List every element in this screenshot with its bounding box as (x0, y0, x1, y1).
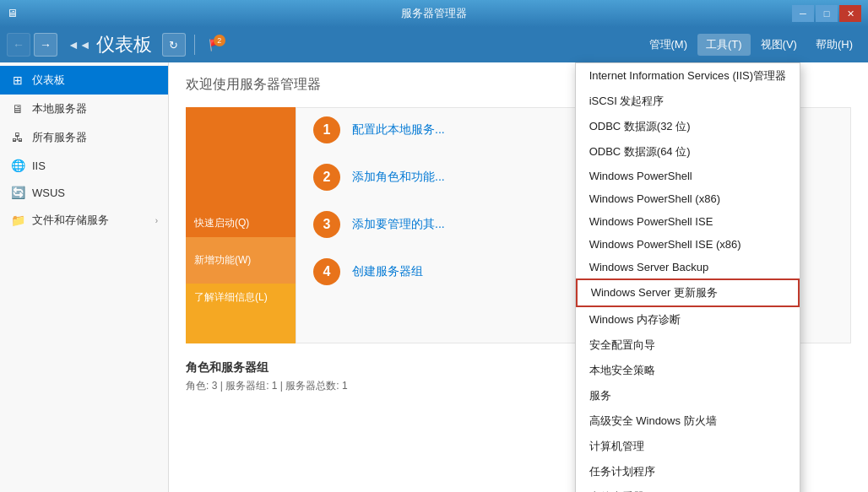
tools-menu-item-computer-mgmt[interactable]: 计算机管理 (576, 434, 800, 459)
step-num-4: 4 (313, 258, 340, 285)
view-menu[interactable]: 视图(V) (752, 34, 806, 56)
double-arrow-icon: ◄◄ (68, 38, 91, 51)
sidebar-label-all: 所有服务器 (32, 130, 158, 145)
notification-count: 2 (214, 35, 225, 46)
tools-menu-item-mem-diag[interactable]: Windows 内存诊断 (576, 307, 800, 333)
tools-menu-item-sec-config[interactable]: 安全配置向导 (576, 333, 800, 358)
step-label-3[interactable]: 添加要管理的其... (352, 217, 445, 232)
divider (194, 35, 195, 55)
step-num-3: 3 (313, 211, 340, 238)
sidebar-label-local: 本地服务器 (32, 101, 158, 116)
tools-menu-item-local-policy[interactable]: 本地安全策略 (576, 358, 800, 383)
app-icon: 🖥 (7, 7, 20, 20)
file-storage-icon: 📁 (10, 214, 25, 227)
tools-menu-item-powershell-ise-x86[interactable]: Windows PowerShell ISE (x86) (576, 233, 800, 256)
title-bar: 🖥 服务器管理器 ─ □ ✕ (0, 0, 868, 27)
tools-menu-item-wsus-menu[interactable]: Windows Server 更新服务 (576, 278, 800, 307)
all-servers-icon: 🖧 (10, 131, 25, 144)
iis-icon: 🌐 (10, 159, 25, 172)
window-title: 服务器管理器 (401, 6, 467, 21)
page-title-area: ◄◄ 仪表板 (68, 32, 152, 57)
dashboard-icon: ⊞ (10, 73, 25, 87)
tile-quick-start[interactable]: 快速启动(Q) (186, 107, 296, 237)
tools-menu-item-iis-manager[interactable]: Internet Information Services (IIS)管理器 (576, 63, 800, 89)
sidebar-item-wsus[interactable]: 🔄 WSUS (0, 179, 168, 206)
step-label-1[interactable]: 配置此本地服务... (352, 122, 445, 138)
notification-button[interactable]: 🚩 2 (203, 33, 227, 57)
tile-left: 快速启动(Q) 新增功能(W) 了解详细信息(L) (186, 107, 296, 343)
sidebar-item-local-server[interactable]: 🖥 本地服务器 (0, 95, 168, 123)
maximize-button[interactable]: □ (816, 5, 838, 22)
sidebar-item-dashboard[interactable]: ⊞ 仪表板 (0, 66, 168, 95)
sidebar-label-wsus: WSUS (32, 187, 158, 199)
tile-new-feature[interactable]: 新增功能(W) (186, 237, 296, 284)
tools-menu[interactable]: 工具(T) (697, 34, 751, 56)
sidebar-label-iis: IIS (32, 159, 158, 172)
tools-menu-item-wsb[interactable]: Windows Server Backup (576, 256, 800, 278)
tile-learn-more[interactable]: 了解详细信息(L) (186, 284, 296, 343)
sidebar-item-file-storage[interactable]: 📁 文件和存储服务 › (0, 206, 168, 235)
tools-menu-item-iscsi[interactable]: iSCSI 发起程序 (576, 89, 800, 114)
minimize-button[interactable]: ─ (792, 5, 814, 22)
menu-items: 管理(M) 工具(T) 视图(V) 帮助(H) (641, 34, 862, 56)
step-label-4[interactable]: 创建服务器组 (352, 264, 423, 279)
sidebar-label-dashboard: 仪表板 (32, 73, 158, 88)
tools-menu-item-event-viewer[interactable]: 事件查看器 (576, 484, 800, 492)
tools-dropdown-menu: Internet Information Services (IIS)管理器iS… (575, 62, 800, 492)
tools-menu-item-services[interactable]: 服务 (576, 383, 800, 408)
tools-menu-item-firewall[interactable]: 高级安全 Windows 防火墙 (576, 408, 800, 434)
sidebar-item-iis[interactable]: 🌐 IIS (0, 152, 168, 179)
sidebar-label-file: 文件和存储服务 (32, 213, 149, 228)
menu-bar: ← → ◄◄ 仪表板 ↻ 🚩 2 管理(M) 工具(T) 视图(V) 帮助(H) (0, 27, 868, 62)
tools-menu-item-odbc32[interactable]: ODBC 数据源(32 位) (576, 114, 800, 139)
tools-menu-item-odbc64[interactable]: ODBC 数据源(64 位) (576, 139, 800, 165)
step-label-2[interactable]: 添加角色和功能... (352, 170, 445, 185)
chevron-right-icon: › (155, 216, 158, 225)
refresh-button[interactable]: ↻ (162, 33, 186, 57)
tools-menu-item-powershell-ise[interactable]: Windows PowerShell ISE (576, 210, 800, 233)
sidebar: ⊞ 仪表板 🖥 本地服务器 🖧 所有服务器 🌐 IIS 🔄 WSUS 📁 文件和… (0, 62, 169, 492)
manage-menu[interactable]: 管理(M) (641, 34, 697, 56)
page-title: 仪表板 (96, 32, 152, 57)
wsus-icon: 🔄 (10, 186, 25, 199)
close-button[interactable]: ✕ (839, 5, 861, 22)
tools-menu-item-powershell[interactable]: Windows PowerShell (576, 165, 800, 187)
title-bar-left: 🖥 (7, 7, 20, 20)
sidebar-item-all-servers[interactable]: 🖧 所有服务器 (0, 123, 168, 152)
back-button[interactable]: ← (7, 33, 30, 57)
step-num-2: 2 (313, 164, 340, 191)
local-server-icon: 🖥 (10, 102, 25, 116)
window-controls: ─ □ ✕ (792, 5, 861, 22)
help-menu[interactable]: 帮助(H) (807, 34, 861, 56)
tools-menu-item-powershell-x86[interactable]: Windows PowerShell (x86) (576, 187, 800, 210)
step-num-1: 1 (313, 116, 340, 143)
tools-menu-item-task-scheduler[interactable]: 任务计划程序 (576, 459, 800, 484)
forward-button[interactable]: → (34, 33, 57, 57)
